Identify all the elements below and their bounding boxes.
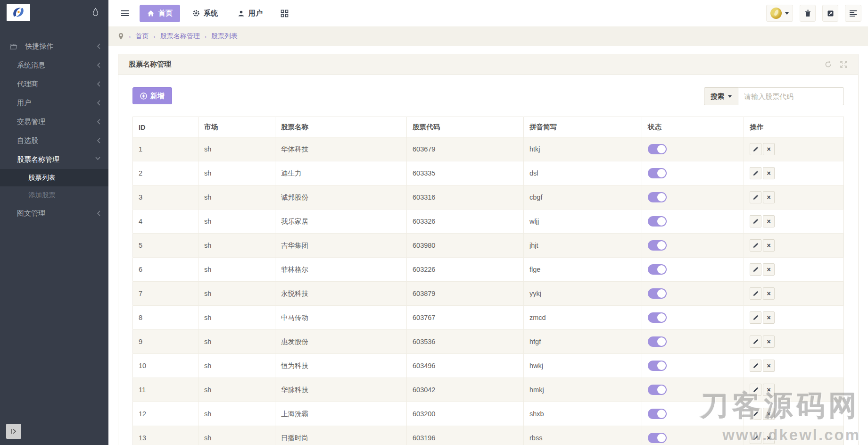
status-toggle[interactable] bbox=[648, 240, 667, 251]
status-toggle[interactable] bbox=[648, 144, 667, 154]
search-dropdown-button[interactable]: 搜索 bbox=[704, 87, 738, 105]
stock-table-head: ID 市场 股票名称 股票代码 拼音简写 状态 操作 bbox=[133, 117, 844, 137]
sidebar-item-stock-name-management[interactable]: 股票名称管理 bbox=[0, 150, 108, 169]
status-toggle[interactable] bbox=[648, 409, 667, 419]
tab-system[interactable]: 系统 bbox=[185, 5, 225, 22]
pencil-icon bbox=[753, 435, 759, 441]
delete-button[interactable]: × bbox=[763, 408, 775, 420]
cell-stock-code: 603879 bbox=[407, 282, 524, 306]
cell-id: 11 bbox=[133, 378, 198, 402]
toggle-knob bbox=[657, 386, 666, 394]
panel-body: 新增 搜索 ID bbox=[118, 75, 858, 445]
cell-stock-name: 惠发股份 bbox=[275, 330, 407, 354]
status-toggle[interactable] bbox=[648, 168, 667, 178]
column-header-market: 市场 bbox=[198, 117, 275, 137]
stock-code-search-input[interactable] bbox=[738, 87, 844, 105]
status-toggle[interactable] bbox=[648, 361, 667, 371]
edit-button[interactable] bbox=[750, 336, 761, 348]
breadcrumb-link-stock-name-management[interactable]: 股票名称管理 bbox=[160, 32, 200, 41]
breadcrumb-separator: › bbox=[129, 33, 131, 40]
delete-button[interactable]: × bbox=[763, 167, 775, 179]
edit-button[interactable] bbox=[750, 287, 761, 300]
x-icon: × bbox=[767, 290, 770, 297]
edit-button[interactable] bbox=[750, 263, 761, 276]
refresh-button[interactable] bbox=[824, 60, 832, 68]
edit-button[interactable] bbox=[750, 167, 761, 179]
trash-button[interactable] bbox=[800, 5, 816, 22]
chevron-left-icon bbox=[97, 43, 101, 50]
edit-button[interactable] bbox=[750, 432, 761, 444]
hamburger-menu-button[interactable] bbox=[117, 7, 133, 20]
sidebar-item-users[interactable]: 用户 bbox=[0, 93, 108, 112]
sidebar-item-media-management[interactable]: 图文管理 bbox=[0, 204, 108, 223]
delete-button[interactable]: × bbox=[763, 263, 775, 276]
chevron-left-icon bbox=[97, 81, 101, 87]
sidebar-item-system-messages[interactable]: 系统消息 bbox=[0, 56, 108, 75]
delete-button[interactable]: × bbox=[763, 336, 775, 348]
delete-button[interactable]: × bbox=[763, 432, 775, 444]
external-link-button[interactable] bbox=[822, 5, 838, 22]
status-toggle[interactable] bbox=[648, 385, 667, 395]
breadcrumb-link-home[interactable]: 首页 bbox=[135, 32, 149, 41]
panel-title: 股票名称管理 bbox=[129, 60, 171, 69]
cell-stock-code: 603226 bbox=[407, 258, 524, 282]
droplet-icon[interactable] bbox=[92, 8, 99, 17]
status-toggle[interactable] bbox=[648, 288, 667, 299]
toggle-knob bbox=[657, 289, 666, 298]
delete-button[interactable]: × bbox=[763, 384, 775, 396]
account-dropdown-button[interactable] bbox=[766, 5, 793, 22]
cell-id: 13 bbox=[133, 426, 198, 445]
status-toggle[interactable] bbox=[648, 216, 667, 227]
edit-button[interactable] bbox=[750, 311, 761, 324]
edit-button[interactable] bbox=[750, 215, 761, 227]
cell-stock-name: 吉华集团 bbox=[275, 234, 407, 258]
list-menu-button[interactable] bbox=[845, 5, 861, 22]
edit-button[interactable] bbox=[750, 360, 761, 372]
edit-button[interactable] bbox=[750, 143, 761, 155]
sidebar-subitem-add-stock[interactable]: 添加股票 bbox=[0, 186, 108, 204]
delete-button[interactable]: × bbox=[763, 143, 775, 155]
list-icon bbox=[849, 10, 857, 17]
sidebar-subitem-stock-list[interactable]: 股票列表 bbox=[0, 169, 108, 186]
refresh-icon bbox=[824, 60, 832, 68]
topbar-actions bbox=[766, 5, 861, 22]
x-icon: × bbox=[767, 362, 770, 369]
cell-stock-code: 603496 bbox=[407, 354, 524, 378]
grid-icon bbox=[281, 9, 289, 17]
edit-button[interactable] bbox=[750, 408, 761, 420]
sidebar-item-watchlist[interactable]: 自选股 bbox=[0, 131, 108, 150]
chevron-left-icon bbox=[97, 100, 101, 106]
delete-button[interactable]: × bbox=[763, 191, 775, 203]
cell-market: sh bbox=[198, 185, 275, 210]
delete-button[interactable]: × bbox=[763, 215, 775, 227]
sidebar-item-agents[interactable]: 代理商 bbox=[0, 75, 108, 93]
breadcrumb-link-stock-list[interactable]: 股票列表 bbox=[211, 32, 238, 41]
cell-status bbox=[642, 258, 744, 282]
cell-pinyin: shxb bbox=[524, 402, 642, 426]
status-toggle[interactable] bbox=[648, 312, 667, 323]
status-toggle[interactable] bbox=[648, 336, 667, 347]
sidebar-item-trade-management[interactable]: 交易管理 bbox=[0, 112, 108, 131]
apps-grid-button[interactable] bbox=[277, 7, 292, 20]
panel-tools bbox=[824, 60, 848, 68]
expand-button[interactable] bbox=[840, 60, 848, 68]
cell-stock-code: 603316 bbox=[407, 185, 524, 210]
edit-button[interactable] bbox=[750, 384, 761, 396]
add-stock-button[interactable]: 新增 bbox=[132, 87, 172, 104]
status-toggle[interactable] bbox=[648, 433, 667, 443]
delete-button[interactable]: × bbox=[763, 311, 775, 324]
sidebar-item-quick-actions[interactable]: 快捷操作 bbox=[0, 37, 108, 56]
table-row: 10 sh 恒为科技 603496 hwkj bbox=[133, 354, 844, 378]
status-toggle[interactable] bbox=[648, 192, 667, 202]
tab-home[interactable]: 首页 bbox=[140, 5, 180, 22]
edit-button[interactable] bbox=[750, 239, 761, 252]
status-toggle[interactable] bbox=[648, 264, 667, 275]
tab-user[interactable]: 用户 bbox=[230, 5, 270, 22]
app-logo[interactable] bbox=[7, 4, 30, 21]
delete-button[interactable]: × bbox=[763, 360, 775, 372]
sidebar-collapse-button[interactable] bbox=[6, 424, 21, 439]
breadcrumb-separator: › bbox=[153, 33, 155, 40]
delete-button[interactable]: × bbox=[763, 239, 775, 252]
edit-button[interactable] bbox=[750, 191, 761, 203]
delete-button[interactable]: × bbox=[763, 287, 775, 300]
